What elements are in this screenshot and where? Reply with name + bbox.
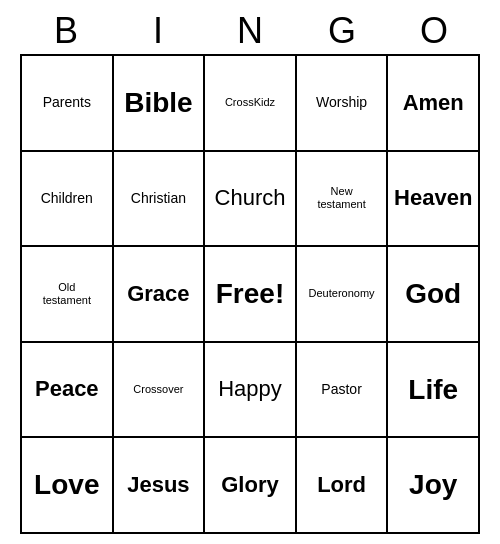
cell-text-r0-c1: Bible <box>124 86 192 120</box>
header-letter-i: I <box>114 10 202 52</box>
cell-r2-c1[interactable]: Grace <box>113 246 205 342</box>
header-letter-g: G <box>298 10 386 52</box>
cell-r4-c2[interactable]: Glory <box>204 437 296 533</box>
cell-text-r1-c0: Children <box>41 190 93 207</box>
cell-text-r2-c1: Grace <box>127 281 189 307</box>
cell-text-r3-c4: Life <box>408 373 458 407</box>
header-letter-o: O <box>390 10 478 52</box>
cell-text-r3-c0: Peace <box>35 376 99 402</box>
cell-text-r4-c0: Love <box>34 468 99 502</box>
cell-text-r4-c4: Joy <box>409 468 457 502</box>
cell-text-r0-c2: CrossKidz <box>225 96 275 109</box>
cell-text-r2-c4: God <box>405 277 461 311</box>
cell-r2-c3[interactable]: Deuteronomy <box>296 246 388 342</box>
cell-r3-c4[interactable]: Life <box>387 342 479 438</box>
cell-r3-c2[interactable]: Happy <box>204 342 296 438</box>
cell-r2-c0[interactable]: Oldtestament <box>21 246 113 342</box>
cell-r4-c1[interactable]: Jesus <box>113 437 205 533</box>
cell-text-r4-c2: Glory <box>221 472 278 498</box>
cell-r0-c2[interactable]: CrossKidz <box>204 55 296 151</box>
header-letter-b: B <box>22 10 110 52</box>
cell-r2-c2[interactable]: Free! <box>204 246 296 342</box>
cell-r3-c1[interactable]: Crossover <box>113 342 205 438</box>
cell-text-r0-c3: Worship <box>316 94 367 111</box>
cell-r1-c1[interactable]: Christian <box>113 151 205 247</box>
cell-text-r1-c4: Heaven <box>394 185 472 211</box>
cell-r0-c4[interactable]: Amen <box>387 55 479 151</box>
cell-r4-c4[interactable]: Joy <box>387 437 479 533</box>
cell-r4-c0[interactable]: Love <box>21 437 113 533</box>
cell-text-r4-c1: Jesus <box>127 472 189 498</box>
cell-text-r1-c2: Church <box>215 185 286 211</box>
cell-r1-c4[interactable]: Heaven <box>387 151 479 247</box>
cell-text-r3-c1: Crossover <box>133 383 183 396</box>
cell-r2-c4[interactable]: God <box>387 246 479 342</box>
cell-r0-c3[interactable]: Worship <box>296 55 388 151</box>
cell-text-r2-c0: Oldtestament <box>43 281 91 307</box>
cell-r3-c3[interactable]: Pastor <box>296 342 388 438</box>
cell-r0-c1[interactable]: Bible <box>113 55 205 151</box>
cell-text-r2-c3: Deuteronomy <box>309 287 375 300</box>
cell-text-r1-c3: Newtestament <box>317 185 365 211</box>
cell-text-r0-c4: Amen <box>403 90 464 116</box>
cell-r0-c0[interactable]: Parents <box>21 55 113 151</box>
header-letter-n: N <box>206 10 294 52</box>
bingo-grid: ParentsBibleCrossKidzWorshipAmenChildren… <box>20 54 480 534</box>
cell-r4-c3[interactable]: Lord <box>296 437 388 533</box>
cell-text-r4-c3: Lord <box>317 472 366 498</box>
cell-r1-c0[interactable]: Children <box>21 151 113 247</box>
cell-r3-c0[interactable]: Peace <box>21 342 113 438</box>
cell-r1-c2[interactable]: Church <box>204 151 296 247</box>
cell-text-r1-c1: Christian <box>131 190 186 207</box>
cell-text-r3-c3: Pastor <box>321 381 361 398</box>
cell-text-r2-c2: Free! <box>216 277 284 311</box>
cell-r1-c3[interactable]: Newtestament <box>296 151 388 247</box>
bingo-header: BINGO <box>20 10 480 52</box>
cell-text-r3-c2: Happy <box>218 376 282 402</box>
cell-text-r0-c0: Parents <box>43 94 91 111</box>
